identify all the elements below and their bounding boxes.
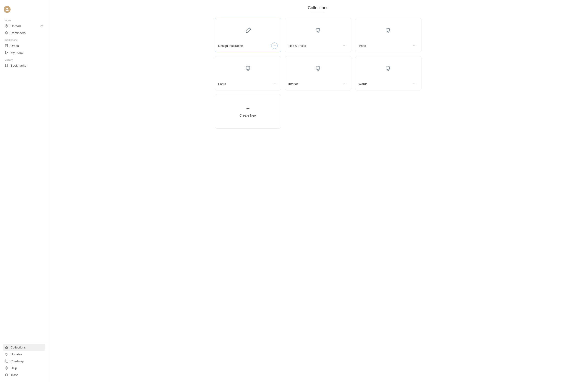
svg-rect-7 [7, 348, 8, 349]
create-new-card[interactable]: + Create New [215, 94, 281, 129]
reminders-label: Reminders [11, 31, 25, 35]
sidebar-top: Inbox Unread 24 Reminders Workspace [0, 0, 48, 342]
main-content: Collections Design Inspiration ··· [48, 0, 588, 382]
bulb-icon-inspo [384, 27, 392, 34]
collections-grid: Design Inspiration ··· [215, 18, 421, 129]
sidebar-item-unread[interactable]: Unread 24 [3, 22, 45, 29]
svg-line-38 [249, 67, 250, 67]
svg-marker-8 [5, 360, 8, 362]
avatar[interactable] [4, 6, 11, 13]
sidebar-item-help[interactable]: Help [3, 364, 45, 371]
updates-label: Updates [11, 353, 22, 356]
collection-card-fonts[interactable]: Fonts ··· [215, 56, 281, 90]
card-footer-interior: Interior ··· [285, 78, 351, 90]
card-title-design-inspiration: Design Inspiration [218, 44, 243, 47]
clock-icon [5, 24, 8, 28]
bulb-icon-fonts [244, 65, 252, 72]
sidebar-item-roadmap[interactable]: Roadmap [3, 358, 45, 364]
help-icon [5, 366, 8, 370]
card-footer-words: Words ··· [355, 78, 421, 90]
svg-line-44 [316, 67, 317, 67]
card-title-inspo: Inspo [358, 44, 366, 47]
svg-marker-3 [5, 51, 8, 54]
create-new-label: Create New [240, 114, 256, 117]
svg-line-39 [247, 69, 247, 70]
card-menu-btn-fonts[interactable]: ··· [271, 80, 278, 87]
myposts-label: My Posts [11, 51, 23, 54]
collection-card-interior[interactable]: Interior ··· [285, 56, 351, 90]
svg-line-52 [387, 67, 387, 67]
svg-rect-5 [7, 346, 8, 347]
svg-point-12 [6, 369, 7, 369]
sidebar-item-bookmarks[interactable]: Bookmarks [3, 62, 45, 69]
unread-label: Unread [11, 24, 21, 28]
card-menu-btn-interior[interactable]: ··· [341, 80, 348, 87]
collection-card-words[interactable]: Words ··· [355, 56, 421, 90]
sidebar-item-myposts[interactable]: My Posts [3, 49, 45, 56]
svg-line-54 [390, 67, 390, 67]
grid-icon [5, 345, 8, 349]
card-icon-area-inspo [355, 18, 421, 40]
card-footer-fonts: Fonts ··· [215, 78, 281, 90]
sidebar-bottom: Collections Updates Roadmap [0, 342, 48, 382]
svg-line-30 [390, 28, 390, 29]
plus-icon: + [246, 105, 250, 111]
sidebar-item-reminders[interactable]: Reminders [3, 29, 45, 36]
page-title: Collections [57, 5, 579, 10]
card-title-interior: Interior [288, 82, 298, 86]
svg-line-21 [319, 31, 320, 31]
collection-card-design-inspiration[interactable]: Design Inspiration ··· [215, 18, 281, 52]
bell-icon [5, 31, 8, 35]
svg-line-46 [319, 67, 320, 67]
svg-line-28 [387, 28, 387, 29]
svg-rect-6 [5, 348, 6, 349]
sidebar-item-trash[interactable]: Trash [3, 371, 45, 378]
svg-rect-2 [5, 44, 8, 47]
card-menu-btn-design-inspiration[interactable]: ··· [271, 42, 278, 49]
play-icon [5, 51, 8, 54]
svg-line-31 [387, 31, 387, 31]
svg-line-22 [319, 28, 320, 29]
sidebar-item-collections[interactable]: Collections [3, 344, 45, 351]
card-icon-area-words [355, 56, 421, 78]
header-divider [311, 12, 325, 12]
card-footer-inspo: Inspo ··· [355, 40, 421, 52]
pencil-icon [244, 27, 252, 34]
bookmark-icon [5, 64, 8, 67]
trash-label: Trash [11, 373, 18, 377]
workspace-section-label: Workspace [5, 39, 45, 41]
help-label: Help [11, 366, 17, 370]
file-icon [5, 44, 8, 47]
card-menu-btn-inspo[interactable]: ··· [412, 42, 418, 49]
inbox-section-label: Inbox [5, 19, 45, 21]
svg-line-20 [316, 28, 317, 29]
sidebar-item-drafts[interactable]: Drafts [3, 42, 45, 49]
card-title-fonts: Fonts [218, 82, 226, 86]
card-title-words: Words [358, 82, 368, 86]
svg-point-40 [317, 67, 319, 69]
collection-card-tips-tricks[interactable]: Tips & Tricks ··· [285, 18, 351, 52]
trash-icon [5, 373, 8, 377]
card-footer: Design Inspiration ··· [215, 40, 281, 52]
card-title-tips-tricks: Tips & Tricks [288, 44, 306, 47]
card-icon-area [215, 18, 281, 40]
page-header: Collections [57, 5, 579, 12]
card-icon-area-tips [285, 18, 351, 40]
card-menu-btn-tips-tricks[interactable]: ··· [341, 42, 348, 49]
svg-line-36 [247, 67, 247, 67]
collections-bottom-label: Collections [11, 346, 26, 349]
svg-point-0 [6, 8, 8, 9]
sidebar-item-updates[interactable]: Updates [3, 351, 45, 358]
svg-rect-4 [5, 346, 6, 347]
svg-line-45 [319, 69, 320, 70]
collection-card-inspo[interactable]: Inspo ··· [355, 18, 421, 52]
svg-line-53 [390, 69, 390, 70]
svg-line-55 [387, 69, 387, 70]
svg-point-24 [387, 28, 390, 31]
card-menu-btn-words[interactable]: ··· [412, 80, 418, 87]
svg-point-48 [387, 67, 390, 69]
svg-line-47 [316, 69, 317, 70]
svg-line-37 [249, 69, 250, 70]
drafts-label: Drafts [11, 44, 19, 47]
card-footer-tips: Tips & Tricks ··· [285, 40, 351, 52]
